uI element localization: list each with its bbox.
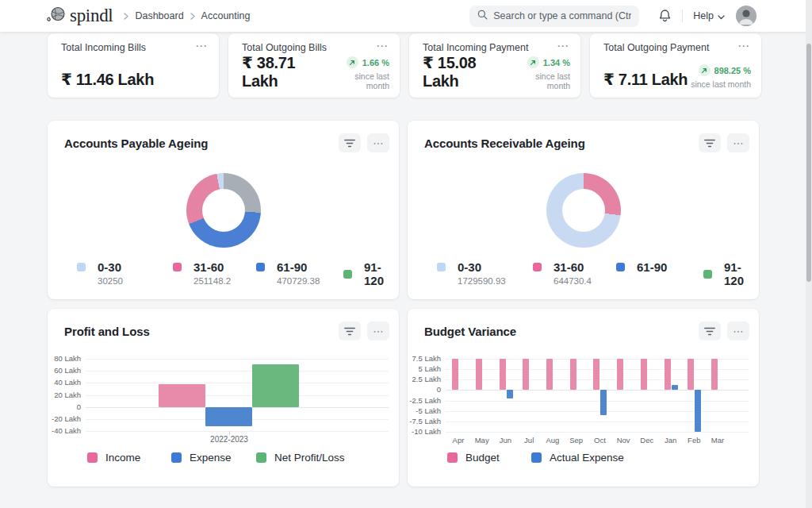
notifications-bell-icon[interactable] [658,9,672,23]
x-axis-month-label: Jun [495,436,517,444]
x-axis-month-label: Apr [447,436,469,444]
more-button[interactable]: ⋯ [727,133,749,152]
x-axis-month-label: Nov [612,436,634,444]
more-icon[interactable]: ⋯ [555,42,570,50]
y-axis-tick-label: 2.5 Lakh [408,375,441,383]
legend-item-income[interactable]: Income [87,452,140,464]
legend-item-budget[interactable]: Budget [447,452,500,464]
filter-button[interactable] [699,133,721,152]
legend-label: Budget [465,452,500,464]
breadcrumb-dashboard[interactable]: Dashboard [135,10,183,21]
y-axis-tick-label: 60 Lakh [48,367,81,375]
legend-swatch [343,270,352,279]
kpi-delta: 1.66 % since last month [331,56,389,90]
spindl-logo[interactable]: spindl [46,6,113,26]
legend-item-31-60[interactable]: 31-60644730.4 [533,260,592,286]
scrollbar-thumb[interactable] [806,44,811,282]
kpi-value: ₹ 38.71 Lakh [242,53,331,90]
bar-actual-expense-oct [600,390,607,415]
legend-label: 91-120 [364,260,399,287]
more-icon[interactable]: ⋯ [736,42,751,50]
x-axis-month-label: Sep [565,436,588,444]
accounts-payable-ageing-card: Accounts Payable Ageing ⋯ 0-303025031-60… [48,121,399,299]
global-search[interactable] [469,6,639,27]
kpi-label: Total Incoming Bills [61,42,146,53]
legend-item-61-90[interactable]: 61-90470729.38 [256,260,320,286]
legend-label: 0-30 [98,260,121,274]
legend-item-net-profit-loss[interactable]: Net Profit/Loss [256,452,345,464]
user-avatar[interactable] [736,6,756,26]
kpi-delta-percent: 1.66 % [362,58,389,67]
chevron-down-icon [718,9,725,23]
legend-value: 251148.2 [193,276,231,286]
more-icon[interactable]: ⋯ [374,42,389,50]
bar-budget-jan [665,359,671,390]
more-button[interactable]: ⋯ [367,133,389,152]
gridline [446,411,749,412]
x-axis-month-label: Oct [588,436,611,444]
y-axis-tick-label: 80 Lakh [48,355,81,363]
legend-item-61-90[interactable]: 61-90 [616,260,667,274]
bar-net-profit-loss [252,364,299,407]
receivable-ageing-legend: 0-301729590.9331-60644730.461-9091-120 [408,260,759,292]
y-axis-tick-label: -10 Lakh [408,428,441,436]
legend-value: 30250 [98,276,123,286]
profit-and-loss-chart: 80 Lakh60 Lakh40 Lakh20 Lakh0-20 Lakh-40… [48,309,399,487]
y-axis-tick-label: -2.5 Lakh [408,397,441,405]
legend-swatch [77,263,86,271]
legend-swatch [171,452,182,463]
y-axis-tick-label: 0 [48,403,81,411]
legend-item-91-120[interactable]: 91-120 [343,260,399,287]
legend-item-0-30[interactable]: 0-3030250 [77,260,123,286]
legend-row: 61-90 [616,260,667,274]
search-input[interactable] [493,10,631,21]
kpi-delta-percent: 898.25 % [714,66,751,75]
search-icon [477,9,488,23]
accounting-dashboard: spindl Dashboard Accounting [0,0,812,508]
vertical-scrollbar[interactable] [806,0,812,508]
kpi-delta-caption: since last month [331,71,389,90]
x-axis-month-label: May [471,436,493,444]
more-icon[interactable]: ⋯ [193,42,209,50]
legend-item-91-120[interactable]: 91-120 [703,260,759,287]
legend-row: 91-120 [343,260,399,287]
legend-label: 61-90 [277,260,307,274]
arrow-up-right-icon [347,56,358,68]
logo-wordmark: spindl [70,6,113,26]
y-axis-tick-label: -20 Lakh [48,415,81,423]
breadcrumb-accounting[interactable]: Accounting [201,10,251,21]
gridline [86,359,389,360]
payable-ageing-legend: 0-303025031-60251148.261-90470729.3891-1… [48,260,399,292]
x-axis-month-label: Feb [683,436,705,444]
legend-label: 61-90 [637,260,667,274]
legend-item-expense[interactable]: Expense [171,452,232,464]
kpi-label: Total Outgoing Bills [242,42,327,53]
bar-budget-feb [688,359,694,390]
kpi-card-total-incoming-payment: Total Incoming Payment ⋯ ₹ 15.08 Lakh 1.… [409,33,580,98]
legend-swatch [437,263,446,271]
kpi-label: Total Outgoing Payment [603,42,709,53]
legend-item-0-30[interactable]: 0-301729590.93 [437,260,506,286]
profit-and-loss-card: Profit and Loss ⋯ 80 Lakh60 Lakh40 Lakh2… [48,309,399,487]
bar-budget-jul [523,359,529,390]
arrow-up-right-icon [527,56,539,68]
legend-item-31-60[interactable]: 31-60251148.2 [173,260,231,286]
filter-button[interactable] [339,133,361,152]
legend-swatch [616,263,625,271]
legend-label: Income [105,452,140,464]
header-divider [682,10,683,22]
legend-item-actual-expense[interactable]: Actual Expense [531,452,624,464]
help-label: Help [693,10,714,21]
bar-budget-jun [500,359,506,390]
help-menu[interactable]: Help [693,9,725,23]
x-axis-month-label: Dec [636,436,658,444]
donut-hole [562,189,605,232]
legend-value: 1729590.93 [458,276,506,286]
payable-ageing-donut-chart [186,173,261,248]
x-axis-month-label: Jan [660,436,682,444]
bar-budget-aug [546,359,553,390]
bar-budget-sep [570,359,576,390]
y-axis-tick-label: -7.5 Lakh [408,418,441,425]
legend-row: 61-90 [256,260,320,274]
gridline [446,432,749,433]
